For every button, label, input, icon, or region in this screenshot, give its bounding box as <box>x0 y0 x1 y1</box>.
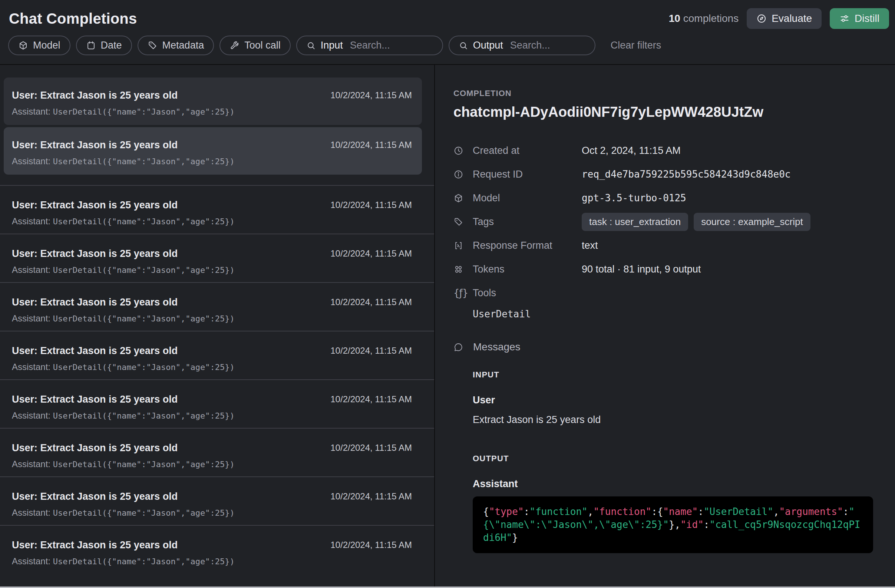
list-item[interactable]: User: Extract Jason is 25 years old Assi… <box>0 331 434 379</box>
output-search-field[interactable]: Output Search... <box>449 36 595 55</box>
page-title: Chat Completions <box>9 11 137 27</box>
list-item-user-text: User: Extract Jason is 25 years old <box>12 442 235 454</box>
list-item-assistant-text: Assistant: UserDetail({"name":"Jason","a… <box>12 361 235 373</box>
detail-row-tokens: Tokens 90 total · 81 input, 9 output <box>454 257 880 281</box>
completions-count: 10 completions <box>669 13 739 24</box>
model-filter-button[interactable]: Model <box>8 36 70 55</box>
list-item[interactable]: User: Extract Jason is 25 years old Assi… <box>4 127 422 174</box>
info-icon <box>454 170 473 179</box>
input-role-label: User <box>473 394 880 406</box>
filter-bar: Model Date Metadata Tool call Input Sear… <box>0 31 895 64</box>
completion-details: Created at Oct 2, 2024, 11:15 AM Request… <box>454 139 880 305</box>
tool-name-value: UserDetail <box>473 308 880 320</box>
list-item-user-text: User: Extract Jason is 25 years old <box>12 89 235 101</box>
detail-row-model: Model gpt-3.5-turbo-0125 <box>454 186 880 210</box>
list-item-timestamp: 10/2/2024, 11:15 AM <box>330 491 412 502</box>
model-filter-label: Model <box>33 40 61 51</box>
list-item-timestamp: 10/2/2024, 11:15 AM <box>330 539 412 551</box>
wrench-icon <box>229 40 240 50</box>
completion-detail-panel: COMPLETION chatcmpl-ADyAodii0NF7ig7yLepW… <box>435 65 895 587</box>
list-item[interactable]: User: Extract Jason is 25 years old Assi… <box>4 77 422 125</box>
window-bottom-edge <box>0 586 895 588</box>
list-item-user-text: User: Extract Jason is 25 years old <box>12 248 235 259</box>
list-item[interactable]: User: Extract Jason is 25 years old Assi… <box>0 282 434 331</box>
cube-icon <box>454 193 473 203</box>
messages-section-header: Messages <box>454 341 880 353</box>
output-search-label: Output <box>473 40 503 51</box>
list-item-assistant-text: Assistant: UserDetail({"name":"Jason","a… <box>12 459 235 470</box>
top-header: Chat Completions 10 completions Evaluate… <box>0 0 895 31</box>
date-filter-button[interactable]: Date <box>76 36 132 55</box>
list-item-assistant-text: Assistant: UserDetail({"name":"Jason","a… <box>12 106 235 118</box>
tool-call-filter-button[interactable]: Tool call <box>220 36 291 55</box>
input-message-text: Extract Jason is 25 years old <box>473 414 880 426</box>
list-item[interactable]: User: Extract Jason is 25 years old Assi… <box>0 233 434 282</box>
distill-button[interactable]: Distill <box>830 8 889 29</box>
tag-chip: source : example_script <box>694 213 810 231</box>
list-item-timestamp: 10/2/2024, 11:15 AM <box>330 199 412 211</box>
list-item-assistant-text: Assistant: UserDetail({"name":"Jason","a… <box>12 410 235 421</box>
list-item-timestamp: 10/2/2024, 11:15 AM <box>330 248 412 259</box>
cube-icon <box>18 40 28 50</box>
search-icon <box>459 41 468 50</box>
list-item-user-text: User: Extract Jason is 25 years old <box>12 491 235 502</box>
date-filter-label: Date <box>101 40 122 51</box>
list-item-user-text: User: Extract Jason is 25 years old <box>12 139 235 151</box>
clear-filters-button[interactable]: Clear filters <box>611 40 661 51</box>
list-item[interactable]: User: Extract Jason is 25 years old Assi… <box>0 428 434 476</box>
completion-section-label: COMPLETION <box>454 89 880 98</box>
output-section-label: OUTPUT <box>473 454 880 464</box>
list-item-assistant-text: Assistant: UserDetail({"name":"Jason","a… <box>12 216 235 227</box>
tag-icon <box>454 217 473 227</box>
list-item[interactable]: User: Extract Jason is 25 years old Assi… <box>0 525 434 574</box>
clock-icon <box>454 146 473 156</box>
chat-bubble-icon <box>454 342 463 352</box>
list-item-timestamp: 10/2/2024, 11:15 AM <box>330 345 412 357</box>
list-item-timestamp: 10/2/2024, 11:15 AM <box>330 89 412 101</box>
input-search-field[interactable]: Input Search... <box>296 36 443 55</box>
list-item-assistant-text: Assistant: UserDetail({"name":"Jason","a… <box>12 156 235 167</box>
function-braces-icon: {ƒ} <box>454 287 473 299</box>
assistant-tool-call-code: {"type":"function","function":{"name":"U… <box>473 496 873 553</box>
response-format-icon <box>454 241 473 251</box>
output-search-placeholder: Search... <box>510 40 550 51</box>
search-icon <box>306 41 316 50</box>
metadata-filter-button[interactable]: Metadata <box>138 36 214 55</box>
detail-row-request-id: Request ID req_d4e7ba759225b595c584243d9… <box>454 162 880 186</box>
input-section-label: INPUT <box>473 370 880 380</box>
detail-row-response-format: Response Format text <box>454 233 880 257</box>
evaluate-button[interactable]: Evaluate <box>747 8 822 29</box>
list-item-user-text: User: Extract Jason is 25 years old <box>12 296 235 308</box>
tokens-icon <box>454 264 473 274</box>
list-item-user-text: User: Extract Jason is 25 years old <box>12 199 235 211</box>
list-item-user-text: User: Extract Jason is 25 years old <box>12 345 235 357</box>
tag-chip: task : user_extraction <box>582 213 688 231</box>
list-item[interactable]: User: Extract Jason is 25 years old Assi… <box>0 185 434 233</box>
list-item-timestamp: 10/2/2024, 11:15 AM <box>330 442 412 454</box>
list-item-assistant-text: Assistant: UserDetail({"name":"Jason","a… <box>12 313 235 324</box>
distill-button-label: Distill <box>855 13 880 24</box>
list-item-assistant-text: Assistant: UserDetail({"name":"Jason","a… <box>12 507 235 519</box>
input-search-placeholder: Search... <box>350 40 390 51</box>
completions-list: User: Extract Jason is 25 years old Assi… <box>0 65 435 587</box>
detail-row-created-at: Created at Oct 2, 2024, 11:15 AM <box>454 139 880 162</box>
list-item-timestamp: 10/2/2024, 11:15 AM <box>330 393 412 405</box>
list-item-timestamp: 10/2/2024, 11:15 AM <box>330 296 412 308</box>
tool-call-filter-label: Tool call <box>244 40 281 51</box>
evaluate-button-label: Evaluate <box>772 13 812 24</box>
sliders-icon <box>839 14 850 24</box>
input-search-label: Input <box>321 40 343 51</box>
tag-icon <box>147 40 158 50</box>
list-item[interactable]: User: Extract Jason is 25 years old Assi… <box>0 379 434 428</box>
messages-section-label: Messages <box>473 341 520 353</box>
completion-id: chatcmpl-ADyAodii0NF7ig7yLepWW428UJtZw <box>454 104 880 120</box>
list-item-assistant-text: Assistant: UserDetail({"name":"Jason","a… <box>12 264 235 276</box>
list-item-user-text: User: Extract Jason is 25 years old <box>12 393 235 405</box>
list-item-user-text: User: Extract Jason is 25 years old <box>12 539 235 551</box>
output-role-label: Assistant <box>473 478 880 490</box>
detail-row-tools: {ƒ} Tools <box>454 281 880 305</box>
detail-row-tags: Tags task : user_extraction source : exa… <box>454 210 880 233</box>
metadata-filter-label: Metadata <box>162 40 204 51</box>
list-item-assistant-text: Assistant: UserDetail({"name":"Jason","a… <box>12 556 235 567</box>
list-item[interactable]: User: Extract Jason is 25 years old Assi… <box>0 476 434 525</box>
